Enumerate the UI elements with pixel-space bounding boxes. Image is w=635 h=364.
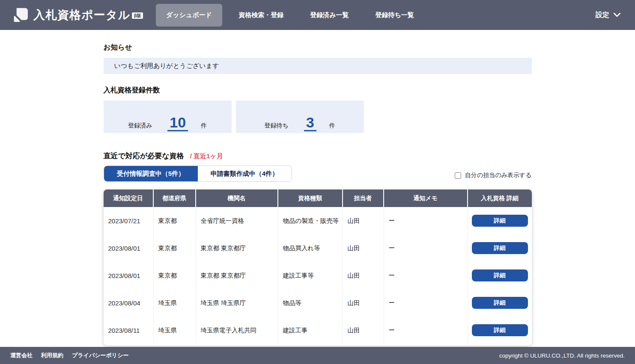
- cell-assignee: 山田: [343, 317, 384, 344]
- cell-prefecture: 東京都: [154, 234, 196, 262]
- footer-link-terms[interactable]: 利用規約: [41, 352, 63, 359]
- recent-heading: 直近で対応が必要な資格: [104, 151, 184, 161]
- cell-notify-date: 2023/08/04: [104, 289, 154, 317]
- cell-assignee: 山田: [343, 262, 384, 289]
- cell-notify-date: 2023/08/01: [104, 262, 154, 289]
- table-row: 2023/08/01 東京都 東京都 東京都庁 物品買入れ等 山田 ー 詳細: [104, 234, 532, 262]
- cell-organization: 埼玉県 埼玉県庁: [196, 289, 278, 317]
- detail-button[interactable]: 詳細: [472, 215, 528, 227]
- nav-item-waiting-list[interactable]: 登録待ち一覧: [365, 4, 424, 27]
- registered-count-label: 登録済み: [128, 122, 152, 130]
- cell-notify-memo: ー: [384, 207, 468, 234]
- cell-prefecture: 東京都: [154, 207, 196, 234]
- cell-notify-date: 2023/07/21: [104, 207, 154, 234]
- settings-menu[interactable]: 設定: [596, 11, 635, 20]
- table-row: 2023/08/01 東京都 東京都 東京都庁 建設工事等 山田 ー 詳細: [104, 262, 532, 289]
- main-content: お知らせ いつもご利用ありがとうございます 入札資格登録件数 登録済み 10 件…: [0, 30, 635, 347]
- notice-banner: いつもご利用ありがとうございます: [104, 58, 532, 74]
- column-header-notify-date: 通知設定日: [104, 189, 154, 207]
- my-assignments-checkbox[interactable]: [455, 172, 461, 179]
- registered-count-card: 登録済み 10 件: [104, 101, 232, 133]
- nav-item-qualification-search[interactable]: 資格検索・登録: [228, 4, 294, 27]
- waiting-count-link[interactable]: 3: [304, 116, 316, 131]
- copyright-text: copyright © ULURU.CO.,LTD. All rights re…: [499, 352, 625, 359]
- page: 入札資格ポータル β版 ダッシュボード 資格検索・登録 登録済み一覧 登録待ち一…: [0, 0, 635, 364]
- beta-badge: β版: [132, 12, 143, 19]
- cell-detail: 詳細: [468, 262, 532, 289]
- cell-detail: 詳細: [468, 234, 532, 262]
- cell-prefecture: 東京都: [154, 262, 196, 289]
- notice-message: いつもご利用ありがとうございます: [114, 62, 219, 70]
- table-row: 2023/08/04 埼玉県 埼玉県 埼玉県庁 物品等 山田 ー 詳細: [104, 289, 532, 317]
- cell-notify-memo: ー: [384, 234, 468, 262]
- footer-link-company[interactable]: 運営会社: [10, 352, 33, 359]
- cell-qualification-type: 建設工事等: [278, 262, 343, 289]
- cell-assignee: 山田: [343, 207, 384, 234]
- cell-qualification-type: 物品の製造・販売等: [278, 207, 343, 234]
- cell-qualification-type: 物品等: [278, 289, 343, 317]
- column-header-assignee: 担当者: [343, 189, 384, 207]
- cell-detail: 詳細: [468, 207, 532, 234]
- logo-icon: [11, 6, 29, 24]
- column-header-qualification-type: 資格種類: [278, 189, 343, 207]
- cell-qualification-type: 建設工事: [278, 317, 343, 344]
- cell-notify-date: 2023/08/11: [104, 317, 154, 344]
- registered-count-unit: 件: [201, 122, 207, 130]
- cell-detail: 詳細: [468, 317, 532, 344]
- settings-label: 設定: [596, 11, 609, 20]
- cell-assignee: 山田: [343, 234, 384, 262]
- waiting-count-label: 登録待ち: [264, 122, 288, 130]
- waiting-count-unit: 件: [329, 122, 335, 130]
- cell-notify-memo: ー: [384, 262, 468, 289]
- column-header-organization: 機関名: [196, 189, 278, 207]
- cell-notify-memo: ー: [384, 317, 468, 344]
- column-header-notify-memo: 通知メモ: [384, 189, 468, 207]
- table-bottom-padding: [104, 344, 532, 346]
- my-assignments-label: 自分の担当のみ表示する: [465, 172, 532, 179]
- nav-item-registered-list[interactable]: 登録済み一覧: [300, 4, 359, 27]
- cell-prefecture: 埼玉県: [154, 289, 196, 317]
- logo[interactable]: 入札資格ポータル β版: [0, 6, 149, 24]
- cell-detail: 詳細: [468, 289, 532, 317]
- detail-button[interactable]: 詳細: [472, 269, 528, 281]
- cell-qualification-type: 物品買入れ等: [278, 234, 343, 262]
- cell-notify-date: 2023/08/01: [104, 234, 154, 262]
- detail-button[interactable]: 詳細: [472, 324, 528, 336]
- tabs-row: 受付情報調査中（5件） 申請書類作成中（4件） 自分の担当のみ表示する: [104, 166, 532, 182]
- cell-organization: 埼玉県電子入札共同: [196, 317, 278, 344]
- table-header-row: 通知設定日 都道府県 機関名 資格種類 担当者 通知メモ 入札資格 詳細: [104, 189, 532, 207]
- cell-organization: 東京都 東京都庁: [196, 262, 278, 289]
- notice-heading: お知らせ: [104, 43, 532, 52]
- my-assignments-filter[interactable]: 自分の担当のみ表示する: [455, 172, 532, 179]
- tab-reception-survey[interactable]: 受付情報調査中（5件）: [104, 166, 198, 181]
- main-nav: ダッシュボード 資格検索・登録 登録済み一覧 登録待ち一覧: [156, 0, 430, 30]
- footer-link-privacy-policy[interactable]: プライバシーポリシー: [72, 352, 128, 359]
- footer: 運営会社 利用規約 プライバシーポリシー copyright © ULURU.C…: [0, 347, 635, 364]
- footer-links: 運営会社 利用規約 プライバシーポリシー: [10, 352, 128, 359]
- column-header-detail: 入札資格 詳細: [468, 189, 532, 207]
- counts-heading: 入札資格登録件数: [104, 86, 532, 95]
- detail-button[interactable]: 詳細: [472, 297, 528, 309]
- table-row: 2023/08/11 埼玉県 埼玉県電子入札共同 建設工事 山田 ー 詳細: [104, 317, 532, 344]
- waiting-count-card: 登録待ち 3 件: [236, 101, 364, 133]
- cell-prefecture: 埼玉県: [154, 317, 196, 344]
- status-tabs: 受付情報調査中（5件） 申請書類作成中（4件）: [104, 166, 292, 182]
- count-cards: 登録済み 10 件 登録待ち 3 件: [104, 101, 532, 133]
- recent-section-header: 直近で対応が必要な資格 / 直近1ヶ月: [104, 151, 532, 161]
- app-title: 入札資格ポータル: [33, 7, 130, 23]
- cell-assignee: 山田: [343, 289, 384, 317]
- registered-count-link[interactable]: 10: [167, 116, 188, 131]
- nav-item-dashboard[interactable]: ダッシュボード: [156, 4, 222, 27]
- tab-document-creation[interactable]: 申請書類作成中（4件）: [198, 166, 292, 181]
- cell-organization: 東京都 東京都庁: [196, 234, 278, 262]
- table-row: 2023/07/21 東京都 全省庁統一資格 物品の製造・販売等 山田 ー 詳細: [104, 207, 532, 234]
- chevron-down-icon: [614, 13, 620, 17]
- column-header-prefecture: 都道府県: [154, 189, 196, 207]
- cell-notify-memo: ー: [384, 289, 468, 317]
- detail-button[interactable]: 詳細: [472, 242, 528, 254]
- period-note: / 直近1ヶ月: [190, 152, 223, 160]
- cell-organization: 全省庁統一資格: [196, 207, 278, 234]
- qualifications-table: 通知設定日 都道府県 機関名 資格種類 担当者 通知メモ 入札資格 詳細 202…: [104, 189, 532, 346]
- top-navigation-bar: 入札資格ポータル β版 ダッシュボード 資格検索・登録 登録済み一覧 登録待ち一…: [0, 0, 635, 30]
